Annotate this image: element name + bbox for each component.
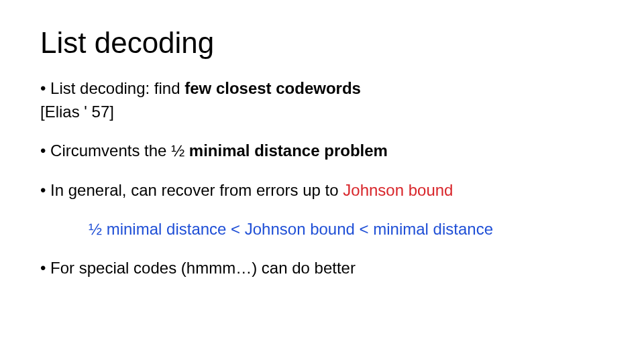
bullet-circumvents: Circumvents the ½ minimal distance probl… xyxy=(40,140,604,162)
slide: List decoding List decoding: find few cl… xyxy=(0,0,644,362)
slide-body: List decoding: find few closest codeword… xyxy=(40,78,604,279)
inequality-line: ½ minimal distance < Johnson bound < min… xyxy=(40,219,604,240)
bullet-text: List decoding: find xyxy=(40,79,184,97)
slide-title: List decoding xyxy=(40,27,604,59)
bullet-johnson: In general, can recover from errors up t… xyxy=(40,180,604,201)
bullet-text: Circumvents the ½ xyxy=(40,141,189,160)
inequality-text: ½ minimal distance < Johnson bound < min… xyxy=(89,220,493,238)
bullet-citation: [Elias ' 57] xyxy=(40,101,604,123)
bullet-special-codes: For special codes (hmmm…) can do better xyxy=(40,257,604,279)
johnson-bound-text: Johnson bound xyxy=(343,181,453,199)
bullet-list-decoding: List decoding: find few closest codeword… xyxy=(40,78,604,123)
bullet-text: For special codes (hmmm…) can do better xyxy=(40,259,356,277)
bullet-text: In general, can recover from errors up t… xyxy=(40,181,343,199)
bullet-em: minimal distance problem xyxy=(189,141,388,160)
bullet-em: few closest codewords xyxy=(184,79,361,97)
